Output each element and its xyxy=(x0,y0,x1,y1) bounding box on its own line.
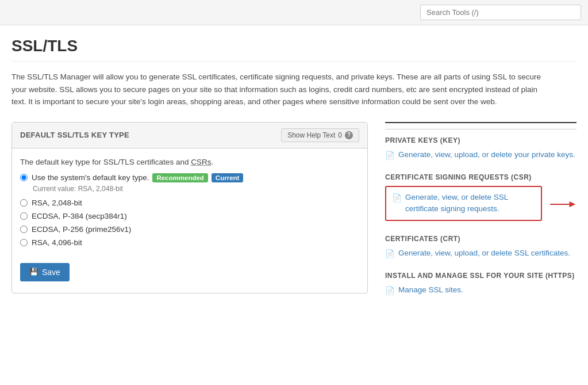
csr-abbr: CSRs xyxy=(191,158,211,166)
private-keys-link[interactable]: 📄 Generate, view, upload, or delete your… xyxy=(385,149,577,162)
save-button[interactable]: 💾 Save xyxy=(20,263,70,281)
arrow-annotation xyxy=(548,196,577,213)
current-value-text: Current value: RSA, 2,048-bit xyxy=(33,185,359,193)
show-help-number: 0 xyxy=(338,131,342,139)
badge-recommended: Recommended xyxy=(152,173,207,182)
left-panel: DEFAULT SSL/TLS KEY TYPE Show Help Text … xyxy=(11,122,368,308)
show-help-button[interactable]: Show Help Text 0 ? xyxy=(281,128,359,142)
file-icon-manage: 📄 xyxy=(385,285,395,297)
main-content: SSL/TLS The SSL/TLS Manager will allow y… xyxy=(0,25,588,320)
layout: DEFAULT SSL/TLS KEY TYPE Show Help Text … xyxy=(11,122,577,308)
radio-system-default-label[interactable]: Use the system's default key type. xyxy=(32,173,149,182)
box-body: The default key type for SSL/TLS certifi… xyxy=(12,148,367,293)
radio-rsa-4096-label[interactable]: RSA, 4,096-bit xyxy=(32,238,82,247)
radio-option-ecdsa-256: ECDSA, P-256 (prime256v1) xyxy=(20,225,359,234)
show-help-label: Show Help Text xyxy=(287,131,335,139)
radio-option-rsa-4096: RSA, 4,096-bit xyxy=(20,238,359,247)
csr-title: CERTIFICATE SIGNING REQUESTS (CSR) xyxy=(385,173,577,181)
save-icon: 💾 xyxy=(29,268,39,276)
default-ssl-tls-key-box: DEFAULT SSL/TLS KEY TYPE Show Help Text … xyxy=(11,122,368,293)
question-icon: ? xyxy=(345,131,353,139)
radio-ecdsa-384[interactable] xyxy=(20,212,28,220)
csr-wrapper: 📄 Generate, view, or delete SSL certific… xyxy=(385,186,577,223)
radio-ecdsa-256[interactable] xyxy=(20,226,28,233)
sidebar-divider xyxy=(385,129,577,129)
radio-rsa-2048[interactable] xyxy=(20,199,28,207)
radio-rsa-4096[interactable] xyxy=(20,239,28,246)
certificates-title: CERTIFICATES (CRT) xyxy=(385,235,577,243)
manage-ssl-link-text: Manage SSL sites. xyxy=(398,284,463,296)
badge-current: Current xyxy=(212,173,244,182)
right-sidebar: PRIVATE KEYS (KEY) 📄 Generate, view, upl… xyxy=(385,122,577,308)
arrow-svg xyxy=(548,196,577,213)
radio-ecdsa-384-label[interactable]: ECDSA, P-384 (secp384r1) xyxy=(32,212,127,220)
sidebar-section-install-ssl: INSTALL AND MANAGE SSL FOR YOUR SITE (HT… xyxy=(385,272,577,297)
sidebar-section-csr: CERTIFICATE SIGNING REQUESTS (CSR) 📄 Gen… xyxy=(385,173,577,223)
csr-link[interactable]: 📄 Generate, view, or delete SSL certific… xyxy=(392,192,535,215)
radio-option-ecdsa-384: ECDSA, P-384 (secp384r1) xyxy=(20,212,359,220)
search-input[interactable] xyxy=(420,5,581,20)
page-title: SSL/TLS xyxy=(11,37,577,62)
top-bar xyxy=(0,0,588,25)
box-header: DEFAULT SSL/TLS KEY TYPE Show Help Text … xyxy=(12,123,367,148)
radio-option-rsa-2048: RSA, 2,048-bit xyxy=(20,199,359,207)
private-keys-link-text: Generate, view, upload, or delete your p… xyxy=(398,149,575,161)
certificates-link[interactable]: 📄 Generate, view, upload, or delete SSL … xyxy=(385,247,577,260)
csr-link-text: Generate, view, or delete SSL certificat… xyxy=(405,192,535,215)
page-description: The SSL/TLS Manager will allow you to ge… xyxy=(11,71,552,108)
sidebar-section-certificates: CERTIFICATES (CRT) 📄 Generate, view, upl… xyxy=(385,235,577,260)
csr-highlighted-box: 📄 Generate, view, or delete SSL certific… xyxy=(385,186,542,221)
certificates-link-text: Generate, view, upload, or delete SSL ce… xyxy=(398,247,570,259)
radio-ecdsa-256-label[interactable]: ECDSA, P-256 (prime256v1) xyxy=(32,225,131,234)
box-title: DEFAULT SSL/TLS KEY TYPE xyxy=(20,131,129,139)
radio-option-system-default: Use the system's default key type. Recom… xyxy=(20,173,359,182)
private-keys-title: PRIVATE KEYS (KEY) xyxy=(385,136,577,144)
radio-rsa-2048-label[interactable]: RSA, 2,048-bit xyxy=(32,199,82,207)
save-label: Save xyxy=(42,268,60,277)
box-description: The default key type for SSL/TLS certifi… xyxy=(20,158,359,166)
file-icon: 📄 xyxy=(385,150,395,162)
file-icon-csr: 📄 xyxy=(392,193,402,204)
install-ssl-title: INSTALL AND MANAGE SSL FOR YOUR SITE (HT… xyxy=(385,272,577,280)
radio-system-default[interactable] xyxy=(20,174,28,181)
file-icon-crt: 📄 xyxy=(385,249,395,260)
manage-ssl-link[interactable]: 📄 Manage SSL sites. xyxy=(385,284,577,297)
sidebar-section-private-keys: PRIVATE KEYS (KEY) 📄 Generate, view, upl… xyxy=(385,136,577,162)
svg-marker-1 xyxy=(570,201,576,207)
